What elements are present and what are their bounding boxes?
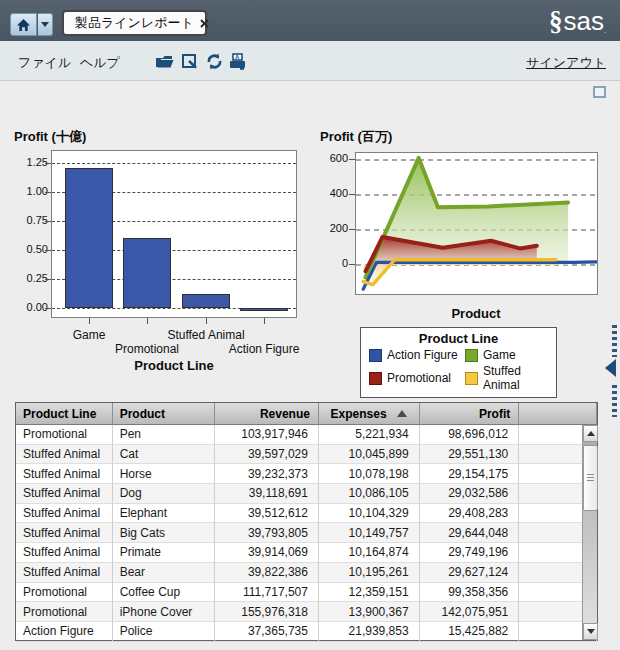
scroll-down-button[interactable] bbox=[583, 623, 598, 640]
maximize-icon[interactable] bbox=[593, 86, 606, 98]
table-cell: 10,164,874 bbox=[319, 543, 420, 563]
bar-ytick-mark bbox=[45, 279, 51, 280]
table-cell: 29,644,048 bbox=[420, 523, 520, 543]
report-tab[interactable]: 製品ラインレポート bbox=[62, 10, 207, 36]
area-ytick-label: 0 bbox=[318, 257, 348, 269]
column-header-profit[interactable]: Profit bbox=[420, 403, 520, 425]
table-cell: 37,365,735 bbox=[215, 622, 319, 642]
table-row[interactable]: PromotionalPen103,917,9465,221,93498,696… bbox=[16, 425, 597, 445]
home-button[interactable] bbox=[10, 13, 37, 36]
table-row[interactable]: Stuffed AnimalCat39,597,02910,045,89929,… bbox=[16, 445, 597, 465]
open-folder-icon[interactable] bbox=[155, 52, 174, 71]
table-cell: Stuffed Animal bbox=[16, 504, 113, 524]
legend-entry[interactable]: Game bbox=[465, 348, 548, 362]
table-cell: 13,900,367 bbox=[319, 602, 420, 622]
legend-label: Action Figure bbox=[387, 348, 458, 362]
table-cell: 39,914,069 bbox=[215, 543, 319, 563]
area-ytick-mark bbox=[349, 194, 355, 195]
table-header-row: Product LineProductRevenueExpensesProfit bbox=[16, 403, 597, 425]
tab-close-icon[interactable] bbox=[200, 19, 209, 28]
home-icon bbox=[16, 18, 31, 32]
bar-xcat-label: Game bbox=[29, 328, 149, 342]
table-cell: 10,195,261 bbox=[319, 563, 420, 583]
scrollbar-thumb[interactable] bbox=[583, 445, 598, 511]
legend-entry[interactable]: Promotional bbox=[369, 364, 465, 392]
menu-bar: ファイル ヘルプ A サインアウト bbox=[0, 41, 620, 81]
table-cell: Stuffed Animal bbox=[16, 563, 113, 583]
area-ytick-label: 400 bbox=[318, 187, 348, 199]
data-table: Product LineProductRevenueExpensesProfit… bbox=[15, 402, 598, 641]
legend-entries: Action FigureGamePromotionalStuffed Anim… bbox=[369, 348, 548, 392]
edit-icon[interactable] bbox=[181, 52, 200, 71]
table-cell: Pen bbox=[113, 425, 216, 445]
bar[interactable] bbox=[123, 238, 171, 308]
table-cell: Horse bbox=[113, 464, 216, 484]
table-cell: 10,104,329 bbox=[319, 504, 420, 524]
table-cell: Promotional bbox=[16, 602, 113, 622]
refresh-icon[interactable] bbox=[205, 52, 224, 71]
legend-swatch-icon bbox=[465, 349, 478, 362]
menu-help[interactable]: ヘルプ bbox=[80, 54, 120, 72]
legend-label: Promotional bbox=[387, 371, 451, 385]
table-cell: 21,939,853 bbox=[319, 622, 420, 642]
table-cell: 98,696,012 bbox=[420, 425, 520, 445]
sas-registered-mark: . bbox=[604, 27, 606, 34]
table-cell: 103,917,946 bbox=[215, 425, 319, 445]
legend-swatch-icon bbox=[465, 372, 478, 385]
table-row[interactable]: Stuffed AnimalElephant39,512,61210,104,3… bbox=[16, 504, 597, 524]
table-cell: 10,078,198 bbox=[319, 464, 420, 484]
table-cell: 10,149,757 bbox=[319, 523, 420, 543]
bar-xtick-mark bbox=[206, 318, 207, 324]
bar-ytick-label: 0.50 bbox=[14, 243, 48, 255]
bar-xcat-label: Promotional bbox=[87, 342, 207, 356]
home-dropdown-button[interactable] bbox=[38, 13, 53, 36]
splitter-handle[interactable] bbox=[612, 385, 617, 417]
column-header-revenue[interactable]: Revenue bbox=[215, 403, 319, 425]
table-row[interactable]: Stuffed AnimalBear39,822,38610,195,26129… bbox=[16, 563, 597, 583]
table-cell: 39,793,805 bbox=[215, 523, 319, 543]
table-cell: Stuffed Animal bbox=[16, 543, 113, 563]
table-cell: Promotional bbox=[16, 425, 113, 445]
column-header-expenses[interactable]: Expenses bbox=[319, 403, 420, 425]
collapse-left-arrow-icon[interactable] bbox=[605, 359, 616, 377]
app-window: 製品ラインレポート § sas . ファイル ヘルプ bbox=[0, 0, 620, 650]
legend-entry[interactable]: Stuffed Animal bbox=[465, 364, 548, 392]
column-header-product-line[interactable]: Product Line bbox=[16, 403, 113, 425]
column-header-product[interactable]: Product bbox=[113, 403, 216, 425]
table-cell: Stuffed Animal bbox=[16, 464, 113, 484]
area-chart-xaxis-title: Product bbox=[416, 306, 536, 321]
legend-title: Product Line bbox=[369, 331, 548, 346]
table-row[interactable]: Stuffed AnimalHorse39,232,37310,078,1982… bbox=[16, 464, 597, 484]
table-cell: 39,822,386 bbox=[215, 563, 319, 583]
sas-brand-text: sas bbox=[564, 6, 604, 37]
area-chart-canvas bbox=[356, 153, 597, 294]
menu-file[interactable]: ファイル bbox=[18, 54, 71, 72]
area-line-action-figure[interactable] bbox=[363, 262, 597, 289]
bar-ytick-mark bbox=[45, 221, 51, 222]
bar-ytick-mark bbox=[45, 308, 51, 309]
bar-ytick-mark bbox=[45, 163, 51, 164]
table-cell: iPhone Cover bbox=[113, 602, 216, 622]
table-cell: 10,045,899 bbox=[319, 445, 420, 465]
table-row[interactable]: Stuffed AnimalDog39,118,69110,086,10529,… bbox=[16, 484, 597, 504]
sign-out-link[interactable]: サインアウト bbox=[526, 54, 606, 72]
table-row[interactable]: Stuffed AnimalBig Cats39,793,80510,149,7… bbox=[16, 523, 597, 543]
table-cell: 155,976,318 bbox=[215, 602, 319, 622]
table-row[interactable]: PromotionaliPhone Cover155,976,31813,900… bbox=[16, 602, 597, 622]
table-scrollbar[interactable] bbox=[582, 425, 597, 640]
splitter-handle[interactable] bbox=[612, 325, 617, 357]
legend-entry[interactable]: Action Figure bbox=[369, 348, 465, 362]
scroll-up-button[interactable] bbox=[583, 425, 598, 442]
table-cell: 142,075,951 bbox=[420, 602, 520, 622]
bar[interactable] bbox=[182, 294, 230, 308]
top-banner: 製品ラインレポート § sas . bbox=[0, 0, 620, 41]
print-pdf-icon[interactable]: A bbox=[228, 52, 247, 71]
bar-xtick-mark bbox=[264, 318, 265, 324]
bar-xtick-mark bbox=[147, 318, 148, 324]
table-row[interactable]: PromotionalCoffee Cup111,717,50712,359,1… bbox=[16, 583, 597, 603]
bar[interactable] bbox=[65, 168, 113, 308]
table-row[interactable]: Action FigurePolice37,365,73521,939,8531… bbox=[16, 622, 597, 642]
table-cell: 111,717,507 bbox=[215, 583, 319, 603]
bar[interactable] bbox=[240, 308, 288, 311]
table-row[interactable]: Stuffed AnimalPrimate39,914,06910,164,87… bbox=[16, 543, 597, 563]
